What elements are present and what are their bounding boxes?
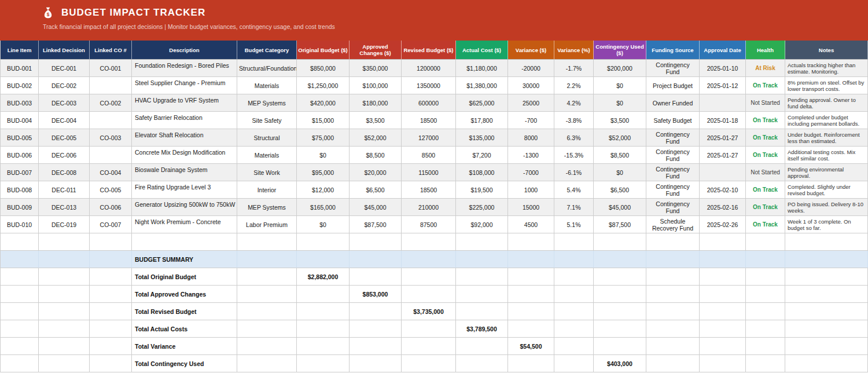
- variance-pct-cell[interactable]: -3.8%: [554, 112, 594, 129]
- funding-source-cell[interactable]: [646, 233, 700, 251]
- approval-date-cell[interactable]: [700, 355, 746, 372]
- approved-changes-cell[interactable]: $20,000: [350, 164, 402, 181]
- notes-cell[interactable]: Pending approval. Owner to fund delta.: [785, 94, 868, 112]
- contingency-used-cell[interactable]: $6,500: [594, 181, 646, 199]
- revised-budget-cell[interactable]: [402, 233, 456, 251]
- approved-changes-cell[interactable]: $52,000: [350, 129, 402, 147]
- actual-cost-cell[interactable]: [456, 251, 508, 268]
- variance-usd-cell[interactable]: 1000: [508, 181, 554, 199]
- variance-usd-cell[interactable]: -1300: [508, 147, 554, 164]
- approval-date-cell[interactable]: [700, 251, 746, 268]
- approval-date-cell[interactable]: 2025-01-27: [700, 147, 746, 164]
- original-budget-cell[interactable]: [297, 338, 350, 355]
- contingency-used-cell[interactable]: [594, 268, 646, 286]
- health-cell[interactable]: [746, 286, 785, 303]
- revised-budget-cell[interactable]: 115000: [402, 164, 456, 181]
- approved-changes-cell[interactable]: $350,000: [350, 60, 402, 77]
- line-item-cell[interactable]: [0, 233, 39, 251]
- original-budget-cell[interactable]: [297, 251, 350, 268]
- budget-category-cell[interactable]: [237, 338, 297, 355]
- budget-category-cell[interactable]: Materials: [237, 77, 297, 94]
- approval-date-cell[interactable]: [700, 303, 746, 320]
- variance-pct-cell[interactable]: 4.2%: [554, 94, 594, 112]
- budget-category-cell[interactable]: [237, 320, 297, 338]
- notes-cell[interactable]: PO being issued. Delivery 8-10 weeks.: [785, 199, 868, 216]
- funding-source-cell[interactable]: Contingency Fund: [646, 199, 700, 216]
- linked-decision-cell[interactable]: [39, 233, 90, 251]
- approval-date-cell[interactable]: 2025-02-26: [700, 216, 746, 233]
- linked-co-cell[interactable]: [90, 286, 132, 303]
- funding-source-cell[interactable]: [646, 355, 700, 372]
- original-budget-cell[interactable]: [297, 355, 350, 372]
- revised-budget-cell[interactable]: 18500: [402, 181, 456, 199]
- variance-usd-cell[interactable]: [508, 320, 554, 338]
- approved-changes-cell[interactable]: [350, 251, 402, 268]
- variance-usd-cell[interactable]: [508, 233, 554, 251]
- linked-co-cell[interactable]: [90, 251, 132, 268]
- linked-decision-cell[interactable]: [39, 268, 90, 286]
- health-cell[interactable]: [746, 355, 785, 372]
- contingency-used-cell[interactable]: [594, 320, 646, 338]
- column-header-approved-changes[interactable]: Approved Changes ($): [350, 41, 402, 60]
- budget-category-cell[interactable]: [237, 251, 297, 268]
- approved-changes-cell[interactable]: [350, 233, 402, 251]
- notes-cell[interactable]: [785, 338, 868, 355]
- notes-cell[interactable]: Completed under budget including permane…: [785, 112, 868, 129]
- linked-decision-cell[interactable]: [39, 320, 90, 338]
- variance-usd-cell[interactable]: 8000: [508, 129, 554, 147]
- health-cell[interactable]: [746, 338, 785, 355]
- line-item-cell[interactable]: BUD-002: [0, 77, 39, 94]
- column-header-contingency-used[interactable]: Contingency Used ($): [594, 41, 646, 60]
- budget-category-cell[interactable]: [237, 303, 297, 320]
- notes-cell[interactable]: [785, 320, 868, 338]
- description-cell[interactable]: Generator Upsizing 500kW to 750kW: [132, 199, 237, 216]
- actual-cost-cell[interactable]: [456, 338, 508, 355]
- approved-changes-cell[interactable]: [350, 338, 402, 355]
- linked-decision-cell[interactable]: DEC-005: [39, 129, 90, 147]
- notes-cell[interactable]: Week 1 of 3 complete. On budget so far.: [785, 216, 868, 233]
- contingency-used-cell[interactable]: [594, 233, 646, 251]
- original-budget-cell[interactable]: $420,000: [297, 94, 350, 112]
- description-cell[interactable]: Total Actual Costs: [132, 320, 237, 338]
- approved-changes-cell[interactable]: [350, 320, 402, 338]
- linked-co-cell[interactable]: CO-007: [90, 216, 132, 233]
- actual-cost-cell[interactable]: [456, 355, 508, 372]
- actual-cost-cell[interactable]: $92,000: [456, 216, 508, 233]
- line-item-cell[interactable]: BUD-005: [0, 129, 39, 147]
- original-budget-cell[interactable]: $850,000: [297, 60, 350, 77]
- notes-cell[interactable]: [785, 303, 868, 320]
- linked-co-cell[interactable]: [90, 338, 132, 355]
- linked-co-cell[interactable]: [90, 355, 132, 372]
- variance-usd-cell[interactable]: -20000: [508, 60, 554, 77]
- funding-source-cell[interactable]: Safety Budget: [646, 112, 700, 129]
- approval-date-cell[interactable]: [700, 233, 746, 251]
- health-cell[interactable]: [746, 320, 785, 338]
- original-budget-cell[interactable]: $0: [297, 147, 350, 164]
- funding-source-cell[interactable]: Contingency Fund: [646, 60, 700, 77]
- revised-budget-cell[interactable]: 1350000: [402, 77, 456, 94]
- funding-source-cell[interactable]: Schedule Recovery Fund: [646, 216, 700, 233]
- variance-usd-cell[interactable]: 25000: [508, 94, 554, 112]
- budget-category-cell[interactable]: Labor Premium: [237, 216, 297, 233]
- line-item-cell[interactable]: BUD-007: [0, 164, 39, 181]
- actual-cost-cell[interactable]: $1,380,000: [456, 77, 508, 94]
- variance-usd-cell[interactable]: 15000: [508, 199, 554, 216]
- original-budget-cell[interactable]: $0: [297, 216, 350, 233]
- approval-date-cell[interactable]: 2025-01-18: [700, 112, 746, 129]
- description-cell[interactable]: Foundation Redesign - Bored Piles: [132, 60, 237, 77]
- budget-category-cell[interactable]: Interior: [237, 181, 297, 199]
- approved-changes-cell[interactable]: [350, 268, 402, 286]
- column-header-approval-date[interactable]: Approval Date: [700, 41, 746, 60]
- variance-pct-cell[interactable]: [554, 251, 594, 268]
- revised-budget-cell[interactable]: [402, 355, 456, 372]
- contingency-used-cell[interactable]: $0: [594, 77, 646, 94]
- contingency-used-cell[interactable]: [594, 338, 646, 355]
- actual-cost-cell[interactable]: $3,789,500: [456, 320, 508, 338]
- approved-changes-cell[interactable]: [350, 355, 402, 372]
- linked-decision-cell[interactable]: DEC-019: [39, 216, 90, 233]
- original-budget-cell[interactable]: $165,000: [297, 199, 350, 216]
- original-budget-cell[interactable]: $95,000: [297, 164, 350, 181]
- notes-cell[interactable]: [785, 251, 868, 268]
- actual-cost-cell[interactable]: $108,000: [456, 164, 508, 181]
- approval-date-cell[interactable]: 2025-01-10: [700, 60, 746, 77]
